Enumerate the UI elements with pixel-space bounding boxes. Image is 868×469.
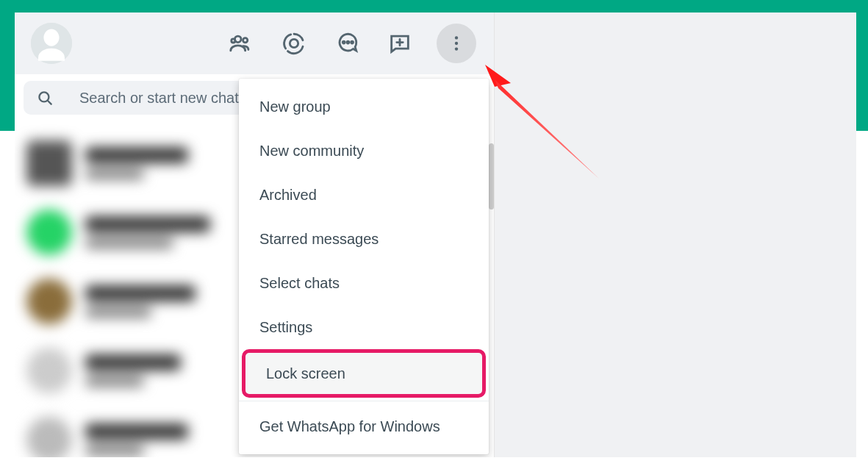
menu-separator (239, 401, 489, 401)
menu-item-settings[interactable]: Settings (239, 305, 489, 349)
chat-panel-header (15, 12, 494, 74)
conversation-panel-empty (495, 12, 856, 457)
kebab-icon (447, 34, 466, 53)
svg-point-6 (347, 41, 349, 43)
avatar-icon (31, 23, 72, 64)
chat-panel: New group New community Archived Starred… (15, 12, 495, 457)
menu-item-label: Get WhatsApp for Windows (259, 418, 440, 435)
profile-avatar[interactable] (31, 23, 72, 64)
menu-item-label: Settings (259, 319, 312, 336)
svg-point-3 (232, 39, 235, 43)
svg-point-4 (290, 39, 298, 47)
menu-item-get-desktop[interactable]: Get WhatsApp for Windows (239, 404, 489, 448)
menu-item-label: Starred messages (259, 231, 379, 248)
menu-button[interactable] (437, 24, 476, 63)
svg-point-8 (455, 36, 458, 39)
svg-point-5 (342, 41, 345, 43)
new-chat-icon[interactable] (334, 31, 359, 56)
menu-item-label: New community (259, 143, 364, 160)
svg-point-7 (351, 41, 354, 43)
channels-icon[interactable] (387, 31, 412, 56)
main-menu-dropdown: New group New community Archived Starred… (239, 79, 489, 454)
svg-point-9 (455, 42, 458, 45)
menu-item-label: Select chats (259, 275, 340, 292)
communities-icon[interactable] (229, 31, 254, 56)
menu-item-label: Lock screen (266, 365, 345, 382)
scrollbar-thumb[interactable] (489, 143, 494, 210)
status-icon[interactable] (281, 31, 306, 56)
menu-item-label: New group (259, 99, 331, 115)
svg-point-2 (243, 38, 248, 43)
svg-point-10 (455, 47, 458, 50)
app-window: New group New community Archived Starred… (15, 12, 856, 457)
search-icon (35, 88, 54, 107)
menu-item-starred-messages[interactable]: Starred messages (239, 217, 489, 261)
menu-item-lock-screen[interactable]: Lock screen (242, 349, 486, 398)
menu-item-label: Archived (259, 187, 317, 204)
menu-item-select-chats[interactable]: Select chats (239, 261, 489, 305)
menu-item-new-group[interactable]: New group (239, 85, 489, 129)
menu-item-archived[interactable]: Archived (239, 173, 489, 217)
menu-item-new-community[interactable]: New community (239, 129, 489, 173)
